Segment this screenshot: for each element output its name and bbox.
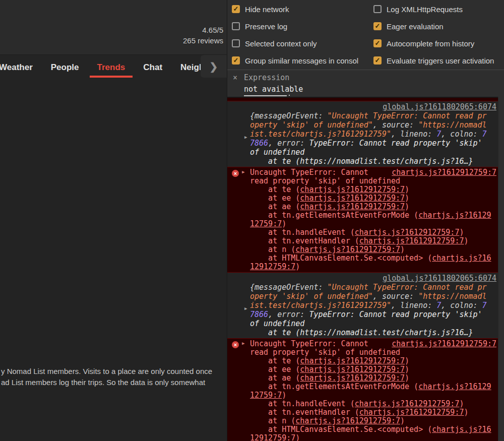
partial-link-dot	[289, 95, 290, 96]
setting-label: Group similar messages in consol	[245, 56, 358, 65]
stack-link[interactable]: chartjs.js?1612912759:7	[359, 408, 464, 417]
message-text: {messageOrEvent:	[250, 283, 328, 292]
checkbox-unchecked[interactable]	[232, 22, 240, 30]
checkbox-checked[interactable]: ✓	[232, 5, 240, 13]
console-line: 12912759:7)	[250, 434, 496, 441]
tabs-scroll-right-button[interactable]: ❯	[201, 55, 227, 78]
console-line: at te (https://nomadlist.test/chartjs.js…	[250, 157, 496, 166]
stack-link[interactable]: chartjs.js?1612912759:7	[300, 202, 405, 211]
console-line: operty 'skip' of undefined", source: "ht…	[250, 292, 496, 301]
console-line: of undefined	[250, 319, 496, 328]
checkbox-checked[interactable]: ✓	[373, 22, 382, 30]
tabs-container: WeatherPeopleTrendsChatNeighbourhoods	[0, 55, 227, 80]
console-line: 7866, error: TypeError: Cannot read prop…	[250, 310, 496, 319]
console-line: {messageOrEvent: "Uncaught TypeError: Ca…	[250, 283, 496, 292]
page-tabbar: WeatherPeopleTrendsChatNeighbourhoods ❯	[0, 54, 227, 80]
rating-reviews: 265 reviews	[183, 35, 223, 46]
stack-link[interactable]: chartjs.js?16129	[418, 211, 491, 220]
message-text: ist.test/chartjs.js?1612912759"	[250, 301, 391, 310]
message-text: at ee (	[250, 194, 300, 203]
message-text: ist.test/chartjs.js?1612912759"	[250, 130, 391, 139]
source-link[interactable]: chartjs.js?1612912759:7	[392, 168, 496, 177]
console-line: 12759:7)	[250, 220, 496, 228]
stack-link[interactable]: chartjs.js?1612912759:7	[300, 194, 405, 203]
console-line: 7866, error: TypeError: Cannot read prop…	[250, 139, 496, 148]
stack-link[interactable]: chartjs.js?1612912759:7	[355, 399, 460, 408]
message-text: , source:	[373, 120, 418, 130]
page-footer-text: y Nomad List members. Visits to a place …	[1, 366, 212, 388]
stack-link[interactable]: 12912759:7	[250, 262, 295, 271]
console-line: at HTMLCanvasElement.Se.<computed> (char…	[250, 254, 496, 263]
tab-trends[interactable]: Trends	[97, 55, 125, 80]
checkbox-unchecked[interactable]	[373, 5, 382, 13]
message-text: 7	[482, 130, 487, 139]
message-text: at tn.getElementsAtEventForMode (	[250, 382, 418, 391]
console-line: at tn.getElementsAtEventForMode (chartjs…	[250, 211, 496, 220]
tab-weather[interactable]: Weather	[0, 55, 33, 80]
source-link[interactable]: chartjs.js?1612912759:7	[392, 340, 496, 348]
console-line: at te (chartjs.js?1612912759:7)	[250, 185, 496, 194]
setting-row: Preserve log	[232, 22, 287, 31]
stack-link[interactable]: chartjs.js?1612912759:7	[295, 416, 400, 425]
stack-link[interactable]: chartjs.js?16	[432, 425, 491, 434]
message-text: {messageOrEvent:	[250, 111, 328, 120]
console-line: global.js?1611802065:6074	[250, 102, 496, 111]
expand-triangle-icon[interactable]: ▶	[242, 341, 244, 346]
console-line: Uncaught TypeError: Cannotchartjs.js?161…	[250, 168, 496, 177]
expand-triangle-icon[interactable]: ▶	[244, 135, 247, 140]
console-scrollbar[interactable]	[498, 97, 504, 441]
stack-link[interactable]: chartjs.js?16129	[418, 382, 491, 391]
stack-link[interactable]: chartjs.js?1612912759:7	[295, 245, 400, 254]
console-settings-panel: ✓Hide networkPreserve logSelected contex…	[227, 0, 504, 70]
message-text: at HTMLCanvasElement.Se.<computed> (	[250, 254, 432, 263]
console-line: at tn.eventHandler (chartjs.js?161291275…	[250, 237, 496, 245]
console-line: at n (chartjs.js?1612912759:7)	[250, 417, 496, 425]
console-line: at tn.getElementsAtEventForMode (chartjs…	[250, 383, 496, 391]
message-text: at ae (	[250, 202, 300, 211]
setting-row: ✓Evaluate triggers user activation	[373, 56, 494, 65]
message-text: , colno:	[441, 130, 482, 139]
setting-row: ✓Group similar messages in consol	[232, 56, 358, 65]
message-text: "https://nomadl	[418, 292, 486, 301]
stack-link[interactable]: chartjs.js?1612912759:7	[300, 185, 405, 194]
stack-link[interactable]: chartjs.js?1612912759:7	[300, 365, 405, 374]
tab-chat[interactable]: Chat	[143, 55, 162, 80]
source-link[interactable]: global.js?1611802065:6074	[383, 102, 496, 111]
message-text: of undefined	[250, 148, 304, 157]
stack-link[interactable]: chartjs.js?1612912759:7	[355, 228, 460, 237]
message-text: 7	[482, 301, 487, 310]
message-text: TypeError: Cannot read property 'skip'	[309, 310, 482, 319]
message-text: at n (	[250, 245, 295, 254]
message-text: , lineno:	[391, 130, 436, 139]
message-text: )	[400, 416, 405, 425]
page-header-area: 4.65/5 265 reviews	[0, 0, 227, 54]
message-text: at tn.handleEvent (	[250, 228, 355, 237]
console-line: at tn.handleEvent (chartjs.js?1612912759…	[250, 228, 496, 237]
setting-row: ✓Hide network	[232, 5, 289, 14]
tab-people[interactable]: People	[51, 55, 79, 80]
stack-link[interactable]: chartjs.js?1612912759:7	[359, 236, 464, 245]
message-text: )	[459, 399, 464, 408]
stack-link[interactable]: chartjs.js?16	[432, 254, 491, 263]
message-text: , error:	[268, 310, 309, 319]
checkbox-unchecked[interactable]	[232, 39, 240, 47]
expand-triangle-icon[interactable]: ▶	[242, 169, 244, 174]
setting-label: Evaluate triggers user activation	[387, 56, 494, 65]
stack-link[interactable]: 12912759:7	[250, 433, 295, 441]
checkbox-checked[interactable]: ✓	[232, 56, 240, 65]
stack-link[interactable]: 12759:7	[250, 391, 282, 400]
console-line: 12912759:7)	[250, 263, 496, 271]
checkbox-checked[interactable]: ✓	[373, 56, 382, 65]
message-text: )	[400, 245, 405, 254]
expand-triangle-icon[interactable]: ▶	[244, 306, 247, 311]
checkbox-checked[interactable]: ✓	[373, 39, 382, 47]
footer-line: ad List members log their trips. So the …	[1, 377, 212, 388]
stack-link[interactable]: 12759:7	[250, 219, 282, 228]
setting-label: Preserve log	[245, 22, 287, 31]
close-icon[interactable]: ×	[233, 73, 237, 82]
stack-link[interactable]: chartjs.js?1612912759:7	[300, 356, 405, 365]
message-text: at te (	[250, 356, 300, 365]
source-link[interactable]: global.js?1611802065:6074	[383, 274, 496, 283]
stack-link[interactable]: chartjs.js?1612912759:7	[300, 373, 405, 383]
console-line: at ae (chartjs.js?1612912759:7)	[250, 203, 496, 211]
